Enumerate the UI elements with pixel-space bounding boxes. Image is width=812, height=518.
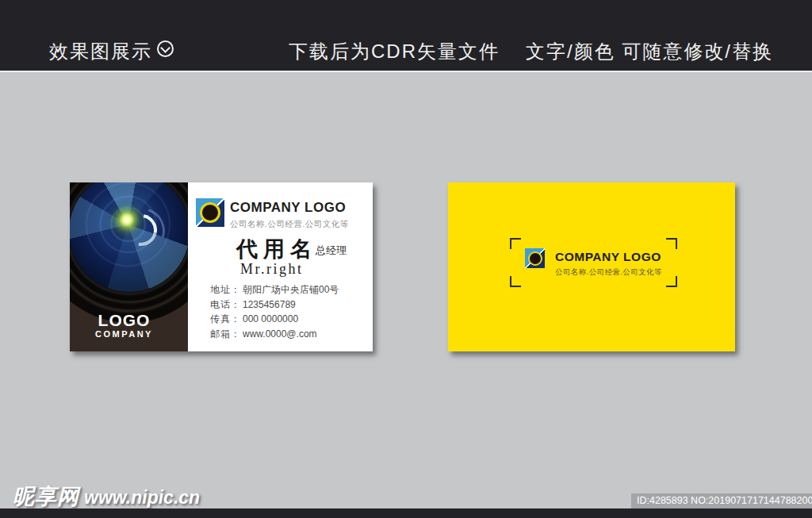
image-id-badge: ID:4285893 NO:20190717171447882000 — [631, 493, 812, 508]
contact-value: 朝阳广场中央店铺00号 — [243, 284, 339, 295]
contact-label: 电话： — [210, 299, 241, 310]
preview-label: 效果图展示 — [49, 39, 152, 64]
editable-note: 文字/颜色 可随意修改/替换 — [526, 39, 773, 64]
company-logo-subtitle: 公司名称.公司经营.公司文化等 — [555, 267, 662, 278]
contact-label: 邮箱： — [210, 328, 241, 340]
contact-row-fax: 传真：000 0000000 — [210, 312, 339, 327]
contact-label: 地址： — [210, 284, 241, 295]
bottom-dark-bar — [0, 508, 812, 518]
contact-row-phone: 电话：1235456789 — [210, 297, 339, 313]
crop-mark-bottom-right-icon — [666, 276, 677, 287]
company-logo-title: COMPANY LOGO — [230, 200, 349, 216]
panel-logo-wordmark: LOGO COMPANY — [70, 312, 178, 339]
person-name: 代用名 — [236, 238, 317, 260]
crop-mark-bottom-left-icon — [510, 276, 521, 287]
card-front-lens-panel: LOGO COMPANY — [70, 182, 188, 351]
panel-logo-line2: COMPANY — [70, 329, 178, 339]
panel-logo-line1: LOGO — [70, 312, 178, 329]
business-card-front: LOGO COMPANY COMPANY LOGO 公司名称.公司经营.公司文化… — [70, 182, 373, 351]
contact-row-address: 地址：朝阳广场中央店铺00号 — [210, 282, 339, 297]
contact-value: 000 0000000 — [243, 313, 298, 324]
logo-circle — [200, 202, 220, 223]
company-logo-text-block: COMPANY LOGO 公司名称.公司经营.公司文化等 — [230, 200, 349, 230]
contact-list: 地址：朝阳广场中央店铺00号 电话：1235456789 传真：000 0000… — [210, 282, 339, 341]
business-card-back: COMPANY LOGO 公司名称.公司经营.公司文化等 — [448, 182, 735, 351]
company-logo-text-block: COMPANY LOGO 公司名称.公司经营.公司文化等 — [555, 250, 662, 278]
chevron-down-circle-icon[interactable] — [157, 40, 174, 57]
contact-label: 传真： — [210, 313, 241, 324]
person-name-english: Mr.right — [240, 261, 304, 278]
crop-mark-top-right-icon — [666, 238, 677, 249]
watermark-site-name: 昵享网 — [13, 485, 79, 508]
header-bar: 效果图展示 下载后为CDR矢量文件 文字/颜色 可随意修改/替换 — [0, 0, 812, 72]
watermark-site-url[interactable]: www.nipic.cn — [84, 487, 200, 508]
logo-circle — [528, 251, 542, 266]
company-logo-icon — [525, 248, 545, 268]
company-logo-icon — [196, 198, 224, 227]
site-watermark: 昵享网www.nipic.cn — [13, 482, 200, 511]
company-logo-subtitle: 公司名称.公司经营.公司文化等 — [230, 219, 349, 230]
company-logo-title: COMPANY LOGO — [555, 250, 662, 264]
crop-mark-top-left-icon — [510, 238, 521, 249]
contact-value: 1235456789 — [243, 299, 296, 310]
contact-value: www.0000@.com — [243, 328, 317, 340]
card-front-info-panel: COMPANY LOGO 公司名称.公司经营.公司文化等 代用名 总经理 Mr.… — [188, 182, 373, 351]
contact-row-email: 邮箱：www.0000@.com — [210, 327, 339, 342]
person-title: 总经理 — [316, 244, 347, 258]
person-name-row: 代用名 总经理 — [236, 238, 347, 260]
file-format-note: 下载后为CDR矢量文件 — [289, 39, 500, 64]
